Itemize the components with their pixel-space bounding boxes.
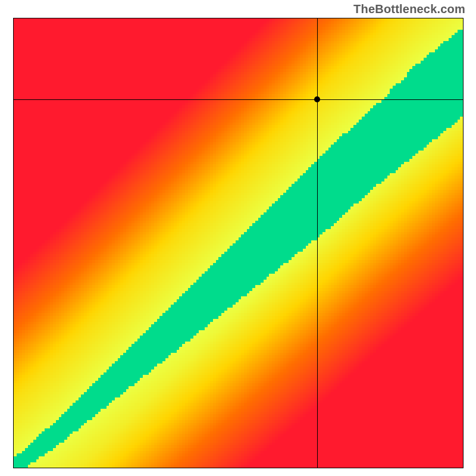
heatmap-canvas	[14, 18, 463, 468]
plot-area	[13, 18, 464, 468]
crosshair-vertical	[317, 18, 318, 468]
chart-container: TheBottleneck.com	[0, 0, 476, 476]
crosshair-horizontal	[14, 99, 463, 100]
attribution-label: TheBottleneck.com	[353, 2, 465, 16]
selection-marker	[314, 96, 320, 102]
